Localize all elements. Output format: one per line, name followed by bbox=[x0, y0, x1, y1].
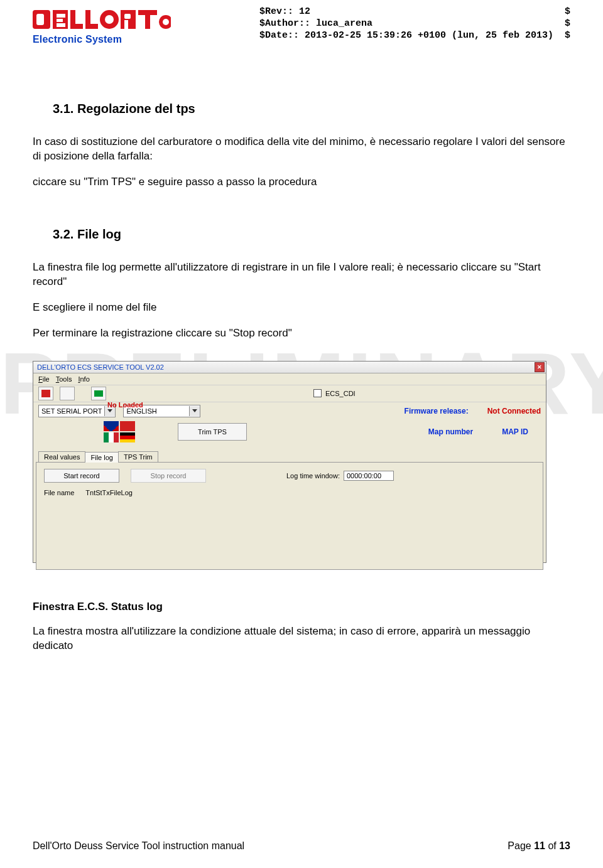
tool-icon-2[interactable] bbox=[60, 387, 75, 400]
dellorto-logo-icon bbox=[33, 8, 171, 33]
section-3-1-p1: In caso di sostituzione del carburatore … bbox=[33, 135, 570, 164]
brand-logo: Electronic System bbox=[33, 5, 171, 45]
file-name-value: TntStTxFileLog bbox=[85, 489, 133, 496]
tab-real-values[interactable]: Real values bbox=[38, 451, 85, 462]
section-3-1-p2: ciccare su "Trim TPS" e seguire passo a … bbox=[33, 175, 570, 190]
svg-rect-16 bbox=[145, 10, 150, 29]
section-3-2-p3: Per terminare la registrazione cliccare … bbox=[33, 326, 570, 341]
brand-subtitle: Electronic System bbox=[33, 34, 171, 45]
menu-tools[interactable]: Tools bbox=[53, 375, 75, 383]
log-time-field[interactable]: 0000:00:00 bbox=[344, 471, 394, 481]
window-title: DELL'ORTO ECS SERVICE TOOL V2.02 bbox=[35, 363, 164, 371]
svg-rect-7 bbox=[70, 24, 83, 29]
menu-info[interactable]: Info bbox=[75, 375, 92, 383]
svg-rect-4 bbox=[57, 19, 63, 22]
flag-de-icon[interactable] bbox=[120, 432, 135, 442]
menubar: File Tools Info bbox=[33, 373, 546, 385]
svg-rect-14 bbox=[124, 20, 128, 29]
svg-rect-1 bbox=[36, 14, 44, 25]
section-3-2-p1: La finestra file log permette all'utiliz… bbox=[33, 260, 570, 289]
log-time-label: Log time window: bbox=[286, 472, 340, 480]
file-metadata: $Rev:: 12 $ $Author:: luca_arena $ $Date… bbox=[259, 5, 570, 41]
figure-caption: Finestra E.C.S. Status log bbox=[33, 601, 570, 613]
app-window: DELL'ORTO ECS SERVICE TOOL V2.02 ✕ File … bbox=[33, 361, 546, 563]
stop-record-button[interactable]: Stop record bbox=[131, 469, 206, 483]
file-name-label: File name bbox=[44, 489, 74, 496]
no-loaded-label: No Loaded bbox=[107, 401, 143, 409]
file-log-panel: Start record Stop record Log time window… bbox=[36, 462, 543, 570]
map-number-label: Map number bbox=[428, 427, 473, 436]
section-3-3-p1: La finestra mostra all'utilizzare la con… bbox=[33, 624, 570, 653]
tabs: Real values File log TPS Trim bbox=[33, 451, 546, 462]
flag-icon[interactable] bbox=[91, 387, 106, 400]
titlebar: DELL'ORTO ECS SERVICE TOOL V2.02 ✕ bbox=[33, 362, 546, 373]
serial-port-dropdown[interactable]: SET SERIAL PORT bbox=[38, 405, 116, 417]
svg-rect-3 bbox=[57, 14, 65, 18]
language-flags bbox=[104, 421, 135, 442]
footer-page: Page 11 of 13 bbox=[508, 840, 570, 852]
phone-icon[interactable] bbox=[38, 387, 53, 400]
tab-tps-trim[interactable]: TPS Trim bbox=[118, 451, 158, 462]
start-record-button[interactable]: Start record bbox=[44, 469, 119, 483]
section-3-2-heading: 3.2. File log bbox=[53, 227, 570, 242]
toolbar: ECS_CDI bbox=[33, 385, 546, 402]
firmware-release-label: Firmware release: bbox=[405, 407, 469, 415]
chevron-down-icon bbox=[189, 406, 200, 416]
ecs-cdi-label: ECS_CDI bbox=[325, 390, 356, 397]
close-icon[interactable]: ✕ bbox=[535, 362, 545, 372]
svg-point-11 bbox=[105, 15, 114, 24]
tab-file-log[interactable]: File log bbox=[85, 452, 118, 463]
serial-port-value: SET SERIAL PORT bbox=[39, 407, 104, 415]
flag-it-icon[interactable] bbox=[104, 432, 119, 442]
svg-rect-9 bbox=[85, 24, 98, 29]
section-3-1-heading: 3.1. Regolazione del tps bbox=[53, 102, 570, 116]
section-3-2-p2: E scegliere il nome del file bbox=[33, 301, 570, 315]
firmware-release-value: Not Connected bbox=[487, 407, 541, 415]
map-id-label: MAP ID bbox=[502, 427, 528, 436]
flag-uk-icon[interactable] bbox=[104, 421, 119, 431]
page-footer: Dell'Orto Deuss Service Tool instruction… bbox=[33, 840, 570, 852]
svg-point-18 bbox=[163, 19, 169, 25]
trim-tps-button[interactable]: Trim TPS bbox=[178, 423, 247, 441]
ecs-cdi-checkbox[interactable]: ECS_CDI bbox=[313, 389, 356, 397]
svg-rect-5 bbox=[57, 23, 65, 27]
flag-cn-icon[interactable] bbox=[120, 421, 135, 431]
svg-rect-13 bbox=[124, 14, 131, 19]
footer-title: Dell'Orto Deuss Service Tool instruction… bbox=[33, 840, 244, 852]
menu-file[interactable]: File bbox=[36, 375, 52, 383]
checkbox-icon bbox=[313, 389, 322, 397]
